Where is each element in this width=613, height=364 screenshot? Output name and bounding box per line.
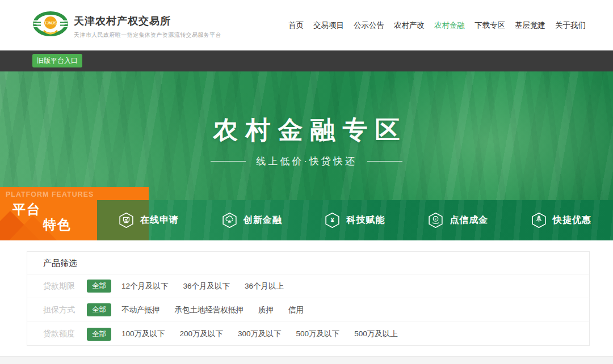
filter-option-2-2[interactable]: 300万及以下 [238,329,282,339]
yen-icon: ¥ [325,212,340,228]
old-platform-entry-button[interactable]: 旧版平台入口 [32,54,82,67]
nav-item-0[interactable]: 首页 [288,20,304,31]
feature-item-3[interactable]: ¥点信成金 [406,200,510,240]
platform-title-line1: 平台 [12,201,41,218]
filter-row-label: 担保方式 [43,305,77,315]
filter-selected-chip[interactable]: 全部 [87,280,111,293]
filter-option-0-2[interactable]: 36个月以上 [245,281,284,291]
nav-item-4[interactable]: 农村金融 [434,20,465,31]
filter-row-0: 贷款期限全部12个月及以下36个月及以下36个月以上 [27,274,589,298]
filter-option-2-1[interactable]: 200万及以下 [180,329,224,339]
platform-title-line2: 特色 [43,216,72,234]
nav-item-7[interactable]: 关于我们 [555,20,586,31]
feature-label: 点信成金 [450,214,488,226]
feature-label: 科技赋能 [346,214,385,226]
rocket-icon [531,212,547,228]
product-filter-card: 产品筛选 贷款期限全部12个月及以下36个月及以下36个月以上担保方式全部不动产… [27,251,590,346]
svg-text:¥: ¥ [331,217,335,223]
footer-strip [0,356,613,364]
svg-text:¥: ¥ [435,217,437,221]
filter-option-1-3[interactable]: 信用 [288,305,304,315]
svg-text:TJNJS: TJNJS [44,21,57,25]
filter-option-2-4[interactable]: 500万及以上 [354,329,398,339]
feature-label: 在线申请 [140,214,179,226]
filter-row-1: 担保方式全部不动产抵押承包土地经营权抵押质押信用 [27,298,589,322]
nav-item-3[interactable]: 农村产改 [394,20,425,31]
filter-option-0-0[interactable]: 12个月及以下 [121,281,169,291]
feature-list: 在线申请创新金融¥科技赋能¥点信成金快捷优惠 [97,200,613,240]
subtitle-right-line [367,161,402,162]
feature-item-1[interactable]: 创新金融 [200,200,304,240]
filter-option-1-0[interactable]: 不动产抵押 [121,305,160,315]
monitor-check-icon [119,212,134,228]
feature-item-0[interactable]: 在线申请 [97,200,200,240]
filter-row-2: 贷款额度全部100万及以下200万及以下300万及以下500万及以下500万及以… [27,322,589,346]
filter-option-0-1[interactable]: 36个月及以下 [183,281,230,291]
feature-label: 创新金融 [243,214,282,226]
subtitle-left-line [211,161,246,162]
header: TJNJS 天津农村产权交易所 天津市人民政府唯一指定集体资产资源流转交易服务平… [0,0,613,50]
site-subtitle: 天津市人民政府唯一指定集体资产资源流转交易服务平台 [74,31,221,39]
coin-hand-icon: ¥ [428,212,443,228]
platform-features-eyebrow: PLATFORM FEATURES [6,191,94,198]
filter-selected-chip[interactable]: 全部 [87,303,111,316]
main-nav: 首页交易项目公示公告农村产改农村金融下载专区基层党建关于我们 [288,0,586,50]
filter-selected-chip[interactable]: 全部 [87,328,111,341]
brand-text: 天津农村产权交易所 天津市人民政府唯一指定集体资产资源流转交易服务平台 [74,14,221,39]
feature-label: 快捷优惠 [553,214,591,226]
filter-row-label: 贷款期限 [43,281,77,291]
filter-row-label: 贷款额度 [43,329,77,339]
filter-option-1-1[interactable]: 承包土地经营权抵押 [175,305,244,315]
feature-item-2[interactable]: ¥科技赋能 [304,200,407,240]
site-title: 天津农村产权交易所 [74,14,221,28]
nav-item-6[interactable]: 基层党建 [515,20,545,31]
secondary-bar: 旧版平台入口 [0,50,613,71]
filter-option-1-2[interactable]: 质押 [258,305,274,315]
feature-item-4[interactable]: 快捷优惠 [510,200,613,240]
nav-item-2[interactable]: 公示公告 [354,20,384,31]
filter-option-2-3[interactable]: 500万及以下 [296,329,340,339]
banner-title: 农村金融专区 [0,113,613,147]
site-logo-icon[interactable]: TJNJS [32,11,69,42]
banner-subtitle: 线上低价·快贷快还 [256,155,357,168]
filter-card-title: 产品筛选 [27,252,589,274]
cloud-icon [222,212,237,228]
nav-item-5[interactable]: 下载专区 [475,20,505,31]
nav-item-1[interactable]: 交易项目 [313,20,344,31]
banner-subtitle-row: 线上低价·快贷快还 [0,155,613,168]
filter-rows: 贷款期限全部12个月及以下36个月及以下36个月以上担保方式全部不动产抵押承包土… [27,274,589,346]
filter-option-2-0[interactable]: 100万及以下 [121,329,165,339]
